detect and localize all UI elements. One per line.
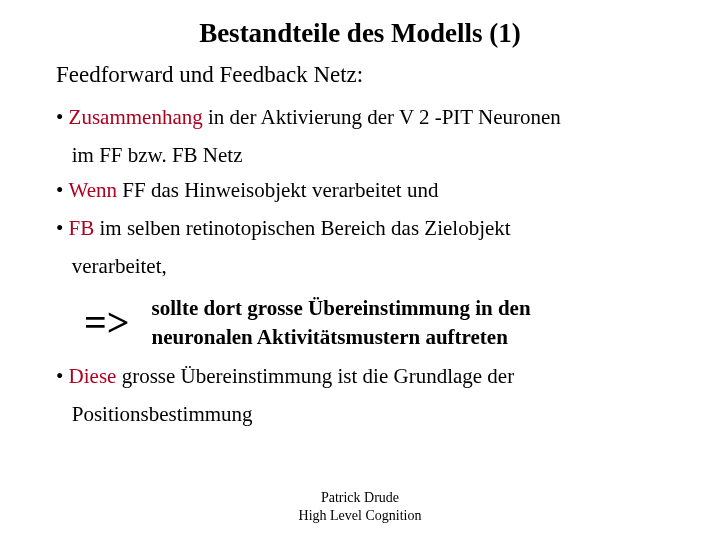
slide-subtitle: Feedforward und Feedback Netz: [56, 62, 363, 88]
implication-text: sollte dort grosse Übereinstimmung in de… [152, 294, 531, 351]
bullet-4: •Diese grosse Übereinstimmung ist die Gr… [56, 359, 664, 395]
bullet-1-rest: in der Aktivierung der V 2 -PIT Neuronen [203, 105, 561, 129]
bullet-3: •FB im selben retinotopischen Bereich da… [56, 211, 664, 247]
implication-line-1: sollte dort grosse Übereinstimmung in de… [152, 296, 531, 320]
bullet-1-highlight: Zusammenhang [69, 105, 203, 129]
implication-row: => sollte dort grosse Übereinstimmung in… [56, 294, 664, 351]
bullet-4-rest: grosse Übereinstimmung ist die Grundlage… [116, 364, 514, 388]
bullet-2-highlight: Wenn [69, 178, 117, 202]
bullet-1: •Zusammenhang in der Aktivierung der V 2… [56, 100, 664, 136]
bullet-dot-icon: • [56, 100, 69, 136]
bullet-4-highlight: Diese [69, 364, 117, 388]
slide-title: Bestandteile des Modells (1) [0, 18, 720, 49]
bullet-dot-icon: • [56, 211, 69, 247]
arrow-icon: => [56, 303, 152, 343]
bullet-3-cont: verarbeitet, [56, 249, 664, 285]
slide-body: •Zusammenhang in der Aktivierung der V 2… [56, 100, 664, 433]
implication-line-2: neuronalen Aktivitätsmustern auftreten [152, 325, 508, 349]
footer-author: Patrick Drude [321, 490, 399, 505]
bullet-3-highlight: FB [69, 216, 95, 240]
bullet-3-rest: im selben retinotopischen Bereich das Zi… [94, 216, 510, 240]
slide: Bestandteile des Modells (1) Feedforward… [0, 0, 720, 540]
bullet-dot-icon: • [56, 173, 69, 209]
bullet-2-rest: FF das Hinweisobjekt verarbeitet und [117, 178, 438, 202]
bullet-2: •Wenn FF das Hinweisobjekt verarbeitet u… [56, 173, 664, 209]
footer-course: High Level Cognition [299, 508, 422, 523]
bullet-dot-icon: • [56, 359, 69, 395]
bullet-4-cont: Positionsbestimmung [56, 397, 664, 433]
bullet-1-cont: im FF bzw. FB Netz [56, 138, 664, 174]
slide-footer: Patrick Drude High Level Cognition [0, 489, 720, 524]
